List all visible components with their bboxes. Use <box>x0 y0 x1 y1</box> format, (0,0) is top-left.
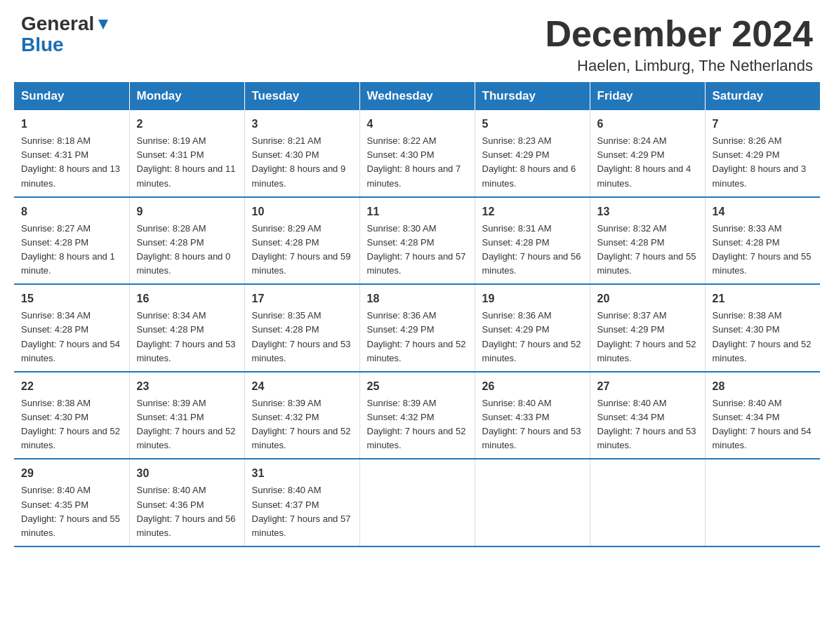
table-row: 28 Sunrise: 8:40 AM Sunset: 4:34 PM Dayl… <box>705 372 820 459</box>
sunrise-label: Sunrise: 8:31 AM <box>482 223 552 234</box>
day-info: Sunrise: 8:24 AM Sunset: 4:29 PM Dayligh… <box>597 134 698 191</box>
table-row: 16 Sunrise: 8:34 AM Sunset: 4:28 PM Dayl… <box>129 284 244 372</box>
day-info: Sunrise: 8:33 AM Sunset: 4:28 PM Dayligh… <box>713 222 814 279</box>
sunrise-label: Sunrise: 8:39 AM <box>252 398 322 408</box>
day-number: 7 <box>713 116 814 133</box>
sunrise-label: Sunrise: 8:40 AM <box>713 398 782 408</box>
day-number: 8 <box>21 203 122 220</box>
table-row: 8 Sunrise: 8:27 AM Sunset: 4:28 PM Dayli… <box>14 197 129 285</box>
table-row: 24 Sunrise: 8:39 AM Sunset: 4:32 PM Dayl… <box>244 372 359 459</box>
location-title: Haelen, Limburg, The Netherlands <box>545 57 813 75</box>
calendar-header-row: Sunday Monday Tuesday Wednesday Thursday… <box>14 82 820 110</box>
daylight-label: Daylight: 7 hours and 54 minutes. <box>21 339 120 363</box>
calendar-week-row: 29 Sunrise: 8:40 AM Sunset: 4:35 PM Dayl… <box>14 459 820 546</box>
day-number: 22 <box>21 378 122 395</box>
day-number: 31 <box>252 465 352 482</box>
col-friday: Friday <box>590 82 705 110</box>
sunrise-label: Sunrise: 8:38 AM <box>713 310 782 321</box>
day-info: Sunrise: 8:34 AM Sunset: 4:28 PM Dayligh… <box>21 309 122 365</box>
table-row: 11 Sunrise: 8:30 AM Sunset: 4:28 PM Dayl… <box>359 197 475 285</box>
day-number: 10 <box>252 203 352 220</box>
table-row: 30 Sunrise: 8:40 AM Sunset: 4:36 PM Dayl… <box>129 459 244 546</box>
sunset-label: Sunset: 4:32 PM <box>252 412 319 422</box>
sunrise-label: Sunrise: 8:19 AM <box>137 135 206 146</box>
table-row: 2 Sunrise: 8:19 AM Sunset: 4:31 PM Dayli… <box>129 110 244 197</box>
table-row: 21 Sunrise: 8:38 AM Sunset: 4:30 PM Dayl… <box>705 284 820 372</box>
table-row: 25 Sunrise: 8:39 AM Sunset: 4:32 PM Dayl… <box>359 372 475 459</box>
day-info: Sunrise: 8:38 AM Sunset: 4:30 PM Dayligh… <box>713 309 814 365</box>
sunset-label: Sunset: 4:28 PM <box>21 324 88 335</box>
day-number: 25 <box>367 378 468 395</box>
day-number: 9 <box>137 203 237 220</box>
day-number: 14 <box>713 203 814 220</box>
sunrise-label: Sunrise: 8:26 AM <box>713 135 782 146</box>
sunrise-label: Sunrise: 8:33 AM <box>713 223 782 234</box>
table-row: 23 Sunrise: 8:39 AM Sunset: 4:31 PM Dayl… <box>129 372 244 459</box>
daylight-label: Daylight: 8 hours and 4 minutes. <box>597 163 691 188</box>
daylight-label: Daylight: 7 hours and 59 minutes. <box>252 251 351 276</box>
sunrise-label: Sunrise: 8:39 AM <box>137 398 206 408</box>
day-info: Sunrise: 8:40 AM Sunset: 4:35 PM Dayligh… <box>21 483 122 540</box>
sunset-label: Sunset: 4:35 PM <box>21 499 88 510</box>
day-info: Sunrise: 8:19 AM Sunset: 4:31 PM Dayligh… <box>137 134 237 191</box>
day-number: 17 <box>252 290 352 307</box>
sunrise-label: Sunrise: 8:40 AM <box>252 485 322 495</box>
sunrise-label: Sunrise: 8:29 AM <box>252 223 322 234</box>
daylight-label: Daylight: 7 hours and 53 minutes. <box>252 339 351 363</box>
daylight-label: Daylight: 7 hours and 55 minutes. <box>713 251 812 276</box>
table-row: 7 Sunrise: 8:26 AM Sunset: 4:29 PM Dayli… <box>705 110 820 197</box>
sunrise-label: Sunrise: 8:40 AM <box>21 485 91 495</box>
sunset-label: Sunset: 4:34 PM <box>597 412 665 422</box>
daylight-label: Daylight: 7 hours and 57 minutes. <box>252 514 351 538</box>
day-info: Sunrise: 8:18 AM Sunset: 4:31 PM Dayligh… <box>21 134 122 191</box>
day-number: 2 <box>137 116 237 133</box>
sunrise-label: Sunrise: 8:38 AM <box>21 398 91 408</box>
daylight-label: Daylight: 7 hours and 52 minutes. <box>713 339 812 363</box>
day-number: 23 <box>137 378 237 395</box>
day-number: 27 <box>597 378 698 395</box>
sunset-label: Sunset: 4:32 PM <box>367 412 435 422</box>
sunset-label: Sunset: 4:33 PM <box>482 412 550 422</box>
logo-arrow-icon <box>95 17 111 34</box>
sunset-label: Sunset: 4:28 PM <box>597 237 665 248</box>
day-info: Sunrise: 8:40 AM Sunset: 4:37 PM Dayligh… <box>252 483 352 540</box>
table-row: 29 Sunrise: 8:40 AM Sunset: 4:35 PM Dayl… <box>14 459 129 546</box>
sunrise-label: Sunrise: 8:37 AM <box>597 310 667 321</box>
table-row: 15 Sunrise: 8:34 AM Sunset: 4:28 PM Dayl… <box>14 284 129 372</box>
sunrise-label: Sunrise: 8:24 AM <box>597 135 667 146</box>
sunrise-label: Sunrise: 8:32 AM <box>597 223 667 234</box>
table-row: 26 Sunrise: 8:40 AM Sunset: 4:33 PM Dayl… <box>475 372 590 459</box>
daylight-label: Daylight: 7 hours and 52 minutes. <box>367 426 466 450</box>
sunrise-label: Sunrise: 8:22 AM <box>367 135 437 146</box>
day-info: Sunrise: 8:40 AM Sunset: 4:33 PM Dayligh… <box>482 396 583 453</box>
table-row: 12 Sunrise: 8:31 AM Sunset: 4:28 PM Dayl… <box>475 197 590 285</box>
sunset-label: Sunset: 4:29 PM <box>367 324 435 335</box>
daylight-label: Daylight: 7 hours and 52 minutes. <box>482 339 581 363</box>
table-row: 4 Sunrise: 8:22 AM Sunset: 4:30 PM Dayli… <box>359 110 475 197</box>
sunrise-label: Sunrise: 8:35 AM <box>252 310 322 321</box>
daylight-label: Daylight: 7 hours and 52 minutes. <box>252 426 351 450</box>
sunset-label: Sunset: 4:30 PM <box>252 149 319 160</box>
sunset-label: Sunset: 4:28 PM <box>21 237 88 248</box>
sunset-label: Sunset: 4:28 PM <box>713 237 780 248</box>
title-section: December 2024 Haelen, Limburg, The Nethe… <box>545 14 813 75</box>
sunrise-label: Sunrise: 8:27 AM <box>21 223 91 234</box>
sunset-label: Sunset: 4:29 PM <box>713 149 780 160</box>
sunrise-label: Sunrise: 8:40 AM <box>597 398 667 408</box>
day-info: Sunrise: 8:36 AM Sunset: 4:29 PM Dayligh… <box>367 309 468 365</box>
day-number: 13 <box>597 203 698 220</box>
sunrise-label: Sunrise: 8:34 AM <box>21 310 91 321</box>
day-info: Sunrise: 8:26 AM Sunset: 4:29 PM Dayligh… <box>713 134 814 191</box>
table-row: 6 Sunrise: 8:24 AM Sunset: 4:29 PM Dayli… <box>590 110 705 197</box>
day-number: 19 <box>482 290 583 307</box>
table-row: 27 Sunrise: 8:40 AM Sunset: 4:34 PM Dayl… <box>590 372 705 459</box>
sunrise-label: Sunrise: 8:39 AM <box>367 398 437 408</box>
logo: General Blue <box>21 14 111 56</box>
sunset-label: Sunset: 4:29 PM <box>482 149 550 160</box>
day-number: 28 <box>713 378 814 395</box>
day-info: Sunrise: 8:39 AM Sunset: 4:31 PM Dayligh… <box>137 396 237 453</box>
table-row: 9 Sunrise: 8:28 AM Sunset: 4:28 PM Dayli… <box>129 197 244 285</box>
logo-general-text: General <box>21 14 94 34</box>
table-row: 5 Sunrise: 8:23 AM Sunset: 4:29 PM Dayli… <box>475 110 590 197</box>
day-number: 26 <box>482 378 583 395</box>
